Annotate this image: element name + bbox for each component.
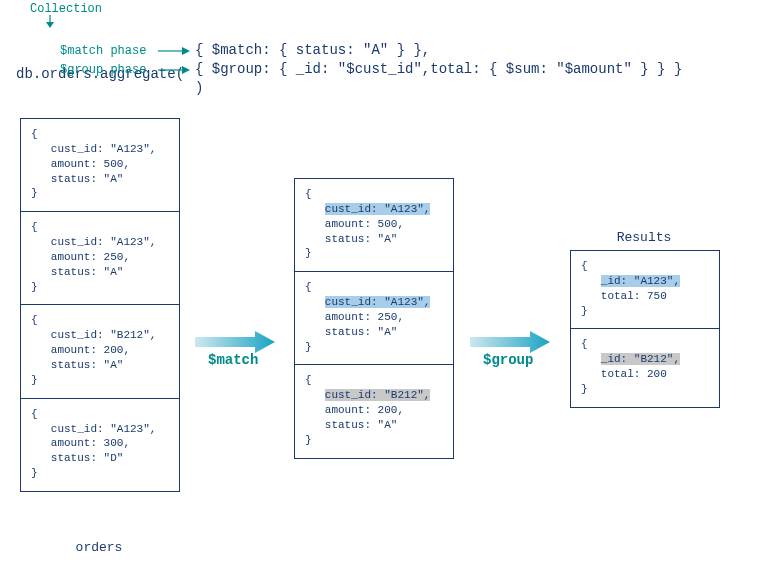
code-line-2: { $match: { status: "A" } }, — [195, 42, 430, 58]
matched-column: { cust_id: "A123", amount: 500, status: … — [294, 178, 454, 459]
annotation-group-phase: $group phase — [60, 63, 146, 77]
results-doc-1: { _id: "A123", total: 750 } — [571, 251, 719, 329]
svg-marker-7 — [470, 331, 550, 353]
svg-marker-3 — [182, 47, 190, 55]
annotation-collection: Collection — [30, 2, 102, 16]
code-line-3: { $group: { _id: "$cust_id",total: { $su… — [195, 61, 682, 77]
matched-doc-2: { cust_id: "A123", amount: 250, status: … — [295, 272, 453, 365]
results-doc-2: { _id: "B212", total: 200 } — [571, 329, 719, 406]
svg-marker-5 — [182, 66, 190, 74]
group-arrow — [470, 330, 550, 354]
matched-doc-1: { cust_id: "A123", amount: 500, status: … — [295, 179, 453, 272]
group-arrow-label: $group — [483, 352, 533, 368]
results-label: Results — [570, 230, 718, 245]
code-line-4: ) — [195, 80, 203, 96]
orders-doc-4: { cust_id: "A123", amount: 300, status: … — [21, 399, 179, 491]
orders-column: { cust_id: "A123", amount: 500, status: … — [20, 118, 180, 492]
orders-doc-2: { cust_id: "A123", amount: 250, status: … — [21, 212, 179, 305]
match-arrow-label: $match — [208, 352, 258, 368]
svg-marker-6 — [195, 331, 275, 353]
orders-doc-1: { cust_id: "A123", amount: 500, status: … — [21, 119, 179, 212]
orders-label: orders — [20, 540, 178, 555]
match-arrow — [195, 330, 275, 354]
arrow-match-phase — [158, 46, 192, 60]
orders-doc-3: { cust_id: "B212", amount: 200, status: … — [21, 305, 179, 398]
annotation-match-phase: $match phase — [60, 44, 146, 58]
matched-doc-3: { cust_id: "B212", amount: 200, status: … — [295, 365, 453, 457]
arrow-group-phase — [158, 65, 192, 79]
results-column: { _id: "A123", total: 750 } { _id: "B212… — [570, 250, 720, 408]
